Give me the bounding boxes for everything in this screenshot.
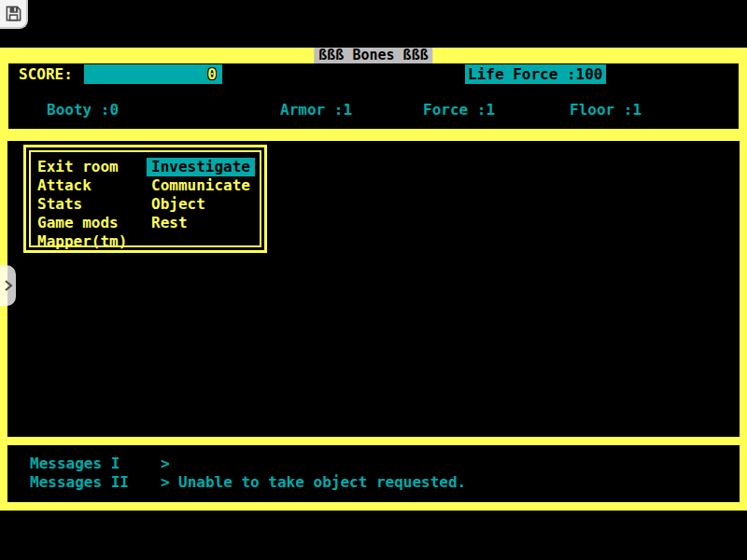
chevron-right-icon — [4, 279, 13, 292]
menu-item-exit-room[interactable]: Exit room — [37, 158, 119, 176]
stat-booty: Booty :0 — [47, 102, 119, 119]
save-button[interactable] — [0, 0, 28, 29]
action-menu: Exit room Attack Stats Game mods Mapper(… — [23, 145, 267, 253]
game-viewport: Exit room Attack Stats Game mods Mapper(… — [7, 141, 740, 437]
message-row-1: Messages I > — [7, 455, 740, 472]
score-bar: 0 — [84, 64, 222, 84]
menu-item-communicate[interactable]: Communicate — [151, 176, 250, 195]
messages-panel: Messages I > Messages II > Unable to tak… — [7, 445, 740, 502]
stat-force: Force :1 — [423, 102, 495, 119]
score-label: SCORE: — [19, 66, 73, 83]
menu-item-investigate[interactable]: Investigate — [147, 158, 255, 176]
menu-item-attack[interactable]: Attack — [37, 176, 92, 195]
messages-2-text: Unable to take object requested. — [178, 474, 466, 491]
messages-1-label: Messages I — [30, 455, 120, 472]
menu-item-game-mods[interactable]: Game mods — [37, 214, 119, 232]
page-title: ßßß Bones ßßß — [314, 48, 432, 63]
stat-floor: Floor :1 — [570, 102, 641, 119]
score-value: 0 — [207, 65, 217, 83]
menu-item-mapper[interactable]: Mapper(tm) — [37, 232, 127, 251]
life-force-badge: Life Force :100 — [465, 64, 606, 84]
action-menu-inner: Exit room Attack Stats Game mods Mapper(… — [29, 150, 261, 247]
stat-armor: Armor :1 — [280, 102, 352, 119]
menu-item-stats[interactable]: Stats — [37, 195, 82, 214]
messages-1-prompt: > — [161, 455, 170, 472]
drawer-toggle[interactable] — [0, 265, 16, 306]
status-panel: SCORE: 0 Life Force :100 Booty :0 Armor … — [8, 63, 739, 129]
game-screen: ßßß Bones ßßß SCORE: 0 Life Force :100 B… — [0, 48, 747, 511]
floppy-disk-icon — [5, 5, 22, 22]
messages-2-label: Messages II — [30, 474, 129, 491]
messages-2-prompt: > — [161, 474, 170, 491]
message-row-2: Messages II > Unable to take object requ… — [7, 474, 740, 491]
menu-item-object[interactable]: Object — [151, 195, 205, 214]
menu-item-rest[interactable]: Rest — [151, 214, 188, 232]
